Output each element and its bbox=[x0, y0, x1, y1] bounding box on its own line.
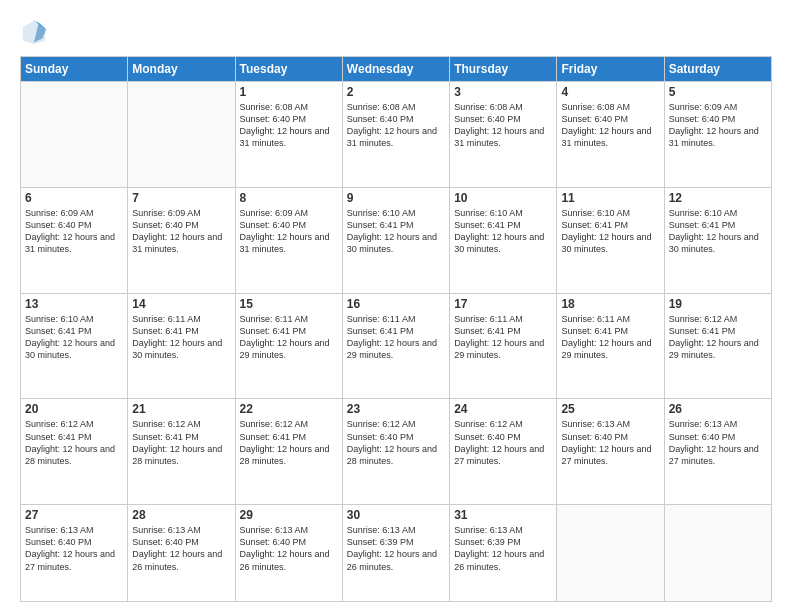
calendar-week-row: 6Sunrise: 6:09 AM Sunset: 6:40 PM Daylig… bbox=[21, 187, 772, 293]
day-number: 22 bbox=[240, 402, 338, 416]
day-info: Sunrise: 6:10 AM Sunset: 6:41 PM Dayligh… bbox=[669, 207, 767, 256]
day-info: Sunrise: 6:08 AM Sunset: 6:40 PM Dayligh… bbox=[240, 101, 338, 150]
day-number: 3 bbox=[454, 85, 552, 99]
calendar-cell: 26Sunrise: 6:13 AM Sunset: 6:40 PM Dayli… bbox=[664, 399, 771, 505]
calendar-cell: 29Sunrise: 6:13 AM Sunset: 6:40 PM Dayli… bbox=[235, 505, 342, 602]
calendar-cell: 23Sunrise: 6:12 AM Sunset: 6:40 PM Dayli… bbox=[342, 399, 449, 505]
calendar-cell: 8Sunrise: 6:09 AM Sunset: 6:40 PM Daylig… bbox=[235, 187, 342, 293]
day-info: Sunrise: 6:10 AM Sunset: 6:41 PM Dayligh… bbox=[347, 207, 445, 256]
weekday-header: Monday bbox=[128, 57, 235, 82]
calendar-table: SundayMondayTuesdayWednesdayThursdayFrid… bbox=[20, 56, 772, 602]
day-number: 11 bbox=[561, 191, 659, 205]
calendar-cell: 31Sunrise: 6:13 AM Sunset: 6:39 PM Dayli… bbox=[450, 505, 557, 602]
day-number: 12 bbox=[669, 191, 767, 205]
day-number: 10 bbox=[454, 191, 552, 205]
weekday-header: Saturday bbox=[664, 57, 771, 82]
day-info: Sunrise: 6:13 AM Sunset: 6:40 PM Dayligh… bbox=[132, 524, 230, 573]
day-info: Sunrise: 6:13 AM Sunset: 6:39 PM Dayligh… bbox=[347, 524, 445, 573]
calendar-cell bbox=[21, 82, 128, 188]
day-number: 24 bbox=[454, 402, 552, 416]
calendar-cell: 19Sunrise: 6:12 AM Sunset: 6:41 PM Dayli… bbox=[664, 293, 771, 399]
day-number: 30 bbox=[347, 508, 445, 522]
calendar-cell: 12Sunrise: 6:10 AM Sunset: 6:41 PM Dayli… bbox=[664, 187, 771, 293]
day-number: 1 bbox=[240, 85, 338, 99]
calendar-cell: 3Sunrise: 6:08 AM Sunset: 6:40 PM Daylig… bbox=[450, 82, 557, 188]
day-info: Sunrise: 6:12 AM Sunset: 6:41 PM Dayligh… bbox=[240, 418, 338, 467]
calendar-cell: 6Sunrise: 6:09 AM Sunset: 6:40 PM Daylig… bbox=[21, 187, 128, 293]
weekday-header: Thursday bbox=[450, 57, 557, 82]
day-number: 17 bbox=[454, 297, 552, 311]
logo bbox=[20, 18, 52, 46]
day-number: 15 bbox=[240, 297, 338, 311]
day-info: Sunrise: 6:11 AM Sunset: 6:41 PM Dayligh… bbox=[240, 313, 338, 362]
day-number: 20 bbox=[25, 402, 123, 416]
weekday-row: SundayMondayTuesdayWednesdayThursdayFrid… bbox=[21, 57, 772, 82]
header bbox=[20, 18, 772, 46]
day-number: 29 bbox=[240, 508, 338, 522]
calendar-cell: 4Sunrise: 6:08 AM Sunset: 6:40 PM Daylig… bbox=[557, 82, 664, 188]
day-number: 31 bbox=[454, 508, 552, 522]
day-info: Sunrise: 6:13 AM Sunset: 6:40 PM Dayligh… bbox=[561, 418, 659, 467]
calendar-cell: 17Sunrise: 6:11 AM Sunset: 6:41 PM Dayli… bbox=[450, 293, 557, 399]
day-info: Sunrise: 6:09 AM Sunset: 6:40 PM Dayligh… bbox=[669, 101, 767, 150]
day-info: Sunrise: 6:12 AM Sunset: 6:41 PM Dayligh… bbox=[132, 418, 230, 467]
day-number: 14 bbox=[132, 297, 230, 311]
logo-icon bbox=[20, 18, 48, 46]
day-number: 28 bbox=[132, 508, 230, 522]
day-info: Sunrise: 6:12 AM Sunset: 6:41 PM Dayligh… bbox=[25, 418, 123, 467]
calendar-cell: 28Sunrise: 6:13 AM Sunset: 6:40 PM Dayli… bbox=[128, 505, 235, 602]
day-number: 7 bbox=[132, 191, 230, 205]
day-number: 13 bbox=[25, 297, 123, 311]
calendar-cell: 9Sunrise: 6:10 AM Sunset: 6:41 PM Daylig… bbox=[342, 187, 449, 293]
calendar-cell: 21Sunrise: 6:12 AM Sunset: 6:41 PM Dayli… bbox=[128, 399, 235, 505]
calendar-cell: 1Sunrise: 6:08 AM Sunset: 6:40 PM Daylig… bbox=[235, 82, 342, 188]
day-info: Sunrise: 6:13 AM Sunset: 6:40 PM Dayligh… bbox=[240, 524, 338, 573]
day-info: Sunrise: 6:11 AM Sunset: 6:41 PM Dayligh… bbox=[561, 313, 659, 362]
calendar-week-row: 20Sunrise: 6:12 AM Sunset: 6:41 PM Dayli… bbox=[21, 399, 772, 505]
day-info: Sunrise: 6:09 AM Sunset: 6:40 PM Dayligh… bbox=[132, 207, 230, 256]
calendar-cell: 18Sunrise: 6:11 AM Sunset: 6:41 PM Dayli… bbox=[557, 293, 664, 399]
calendar-week-row: 13Sunrise: 6:10 AM Sunset: 6:41 PM Dayli… bbox=[21, 293, 772, 399]
calendar-week-row: 1Sunrise: 6:08 AM Sunset: 6:40 PM Daylig… bbox=[21, 82, 772, 188]
calendar-cell: 10Sunrise: 6:10 AM Sunset: 6:41 PM Dayli… bbox=[450, 187, 557, 293]
day-info: Sunrise: 6:10 AM Sunset: 6:41 PM Dayligh… bbox=[25, 313, 123, 362]
day-number: 4 bbox=[561, 85, 659, 99]
day-info: Sunrise: 6:08 AM Sunset: 6:40 PM Dayligh… bbox=[454, 101, 552, 150]
calendar-cell: 16Sunrise: 6:11 AM Sunset: 6:41 PM Dayli… bbox=[342, 293, 449, 399]
day-info: Sunrise: 6:11 AM Sunset: 6:41 PM Dayligh… bbox=[454, 313, 552, 362]
weekday-header: Sunday bbox=[21, 57, 128, 82]
calendar-week-row: 27Sunrise: 6:13 AM Sunset: 6:40 PM Dayli… bbox=[21, 505, 772, 602]
day-number: 18 bbox=[561, 297, 659, 311]
day-info: Sunrise: 6:09 AM Sunset: 6:40 PM Dayligh… bbox=[240, 207, 338, 256]
day-number: 21 bbox=[132, 402, 230, 416]
calendar-cell: 11Sunrise: 6:10 AM Sunset: 6:41 PM Dayli… bbox=[557, 187, 664, 293]
day-number: 19 bbox=[669, 297, 767, 311]
calendar-body: 1Sunrise: 6:08 AM Sunset: 6:40 PM Daylig… bbox=[21, 82, 772, 602]
calendar-cell bbox=[128, 82, 235, 188]
day-number: 2 bbox=[347, 85, 445, 99]
calendar-cell: 14Sunrise: 6:11 AM Sunset: 6:41 PM Dayli… bbox=[128, 293, 235, 399]
calendar-cell: 22Sunrise: 6:12 AM Sunset: 6:41 PM Dayli… bbox=[235, 399, 342, 505]
calendar-cell: 30Sunrise: 6:13 AM Sunset: 6:39 PM Dayli… bbox=[342, 505, 449, 602]
calendar-cell bbox=[557, 505, 664, 602]
day-info: Sunrise: 6:12 AM Sunset: 6:40 PM Dayligh… bbox=[347, 418, 445, 467]
day-number: 9 bbox=[347, 191, 445, 205]
calendar-cell: 24Sunrise: 6:12 AM Sunset: 6:40 PM Dayli… bbox=[450, 399, 557, 505]
day-number: 26 bbox=[669, 402, 767, 416]
day-info: Sunrise: 6:08 AM Sunset: 6:40 PM Dayligh… bbox=[347, 101, 445, 150]
day-number: 8 bbox=[240, 191, 338, 205]
day-info: Sunrise: 6:13 AM Sunset: 6:40 PM Dayligh… bbox=[669, 418, 767, 467]
calendar-cell: 15Sunrise: 6:11 AM Sunset: 6:41 PM Dayli… bbox=[235, 293, 342, 399]
day-info: Sunrise: 6:08 AM Sunset: 6:40 PM Dayligh… bbox=[561, 101, 659, 150]
weekday-header: Friday bbox=[557, 57, 664, 82]
day-number: 27 bbox=[25, 508, 123, 522]
day-number: 6 bbox=[25, 191, 123, 205]
day-info: Sunrise: 6:10 AM Sunset: 6:41 PM Dayligh… bbox=[561, 207, 659, 256]
page: SundayMondayTuesdayWednesdayThursdayFrid… bbox=[0, 0, 792, 612]
day-info: Sunrise: 6:13 AM Sunset: 6:39 PM Dayligh… bbox=[454, 524, 552, 573]
day-info: Sunrise: 6:09 AM Sunset: 6:40 PM Dayligh… bbox=[25, 207, 123, 256]
calendar-cell: 5Sunrise: 6:09 AM Sunset: 6:40 PM Daylig… bbox=[664, 82, 771, 188]
calendar-cell bbox=[664, 505, 771, 602]
calendar-cell: 20Sunrise: 6:12 AM Sunset: 6:41 PM Dayli… bbox=[21, 399, 128, 505]
day-number: 25 bbox=[561, 402, 659, 416]
